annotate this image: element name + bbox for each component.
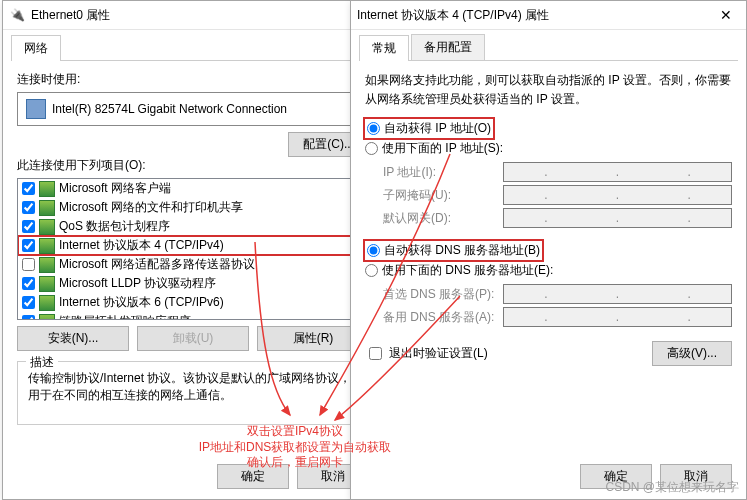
gw-field: 默认网关(D):... <box>383 208 732 228</box>
item-label: Microsoft 网络客户端 <box>59 180 171 197</box>
list-item[interactable]: Microsoft 网络适配器多路传送器协议 <box>18 255 368 274</box>
window-title: Ethernet0 属性 <box>31 7 343 24</box>
manual-ip-label: 使用下面的 IP 地址(S): <box>382 140 503 157</box>
component-icon <box>39 219 55 235</box>
manual-ip-radio[interactable]: 使用下面的 IP 地址(S): <box>365 138 732 159</box>
manual-dns-input[interactable] <box>365 264 378 277</box>
ethernet-icon: 🔌 <box>9 7 25 23</box>
mask-input: ... <box>503 185 732 205</box>
item-label: Microsoft LLDP 协议驱动程序 <box>59 275 216 292</box>
adapter-name: Intel(R) 82574L Gigabit Network Connecti… <box>52 102 287 116</box>
auto-dns-radio[interactable]: 自动获得 DNS 服务器地址(B) <box>365 241 542 260</box>
validate-checkbox[interactable] <box>369 347 382 360</box>
connect-using-label: 连接时使用: <box>17 71 369 88</box>
manual-ip-input[interactable] <box>365 142 378 155</box>
component-icon <box>39 257 55 273</box>
item-checkbox[interactable] <box>22 201 35 214</box>
item-checkbox[interactable] <box>22 239 35 252</box>
auto-ip-label: 自动获得 IP 地址(O) <box>384 120 491 137</box>
components-list[interactable]: Microsoft 网络客户端Microsoft 网络的文件和打印机共享QoS … <box>17 178 369 320</box>
list-item[interactable]: Internet 协议版本 4 (TCP/IPv4) <box>18 236 368 255</box>
watermark: CSDN @某位想来玩名字 <box>605 479 739 496</box>
dns2-input: ... <box>503 307 732 327</box>
validate-label: 退出时验证设置(L) <box>389 345 488 362</box>
component-icon <box>39 295 55 311</box>
dns1-input: ... <box>503 284 732 304</box>
manual-dns-label: 使用下面的 DNS 服务器地址(E): <box>382 262 553 279</box>
list-item[interactable]: Microsoft 网络的文件和打印机共享 <box>18 198 368 217</box>
mask-field: 子网掩码(U):... <box>383 185 732 205</box>
info-text: 如果网络支持此功能，则可以获取自动指派的 IP 设置。否则，你需要从网络系统管理… <box>365 71 732 109</box>
list-item[interactable]: QoS 数据包计划程序 <box>18 217 368 236</box>
item-label: Internet 协议版本 6 (TCP/IPv6) <box>59 294 224 311</box>
tab-general[interactable]: 常规 <box>359 35 409 61</box>
item-label: Microsoft 网络适配器多路传送器协议 <box>59 256 255 273</box>
tab-alternate[interactable]: 备用配置 <box>411 34 485 60</box>
nic-icon <box>26 99 46 119</box>
ip-input: ... <box>503 162 732 182</box>
list-item[interactable]: Microsoft 网络客户端 <box>18 179 368 198</box>
list-item[interactable]: Microsoft LLDP 协议驱动程序 <box>18 274 368 293</box>
tabs: 网络 <box>11 34 375 61</box>
advanced-button[interactable]: 高级(V)... <box>652 341 732 366</box>
annotation-text: 双击设置IPv4协议 IP地址和DNS获取都设置为自动获取 确认后，重启网卡 <box>180 424 410 471</box>
auto-dns-label: 自动获得 DNS 服务器地址(B) <box>384 242 540 259</box>
dns2-field: 备用 DNS 服务器(A):... <box>383 307 732 327</box>
tabs: 常规 备用配置 <box>359 34 738 61</box>
tab-network[interactable]: 网络 <box>11 35 61 61</box>
item-label: Microsoft 网络的文件和打印机共享 <box>59 199 243 216</box>
install-button[interactable]: 安装(N)... <box>17 326 129 351</box>
auto-ip-input[interactable] <box>367 122 380 135</box>
item-checkbox[interactable] <box>22 220 35 233</box>
description-title: 描述 <box>26 354 58 371</box>
item-checkbox[interactable] <box>22 315 35 320</box>
item-checkbox[interactable] <box>22 258 35 271</box>
description-group: 描述 传输控制协议/Internet 协议。该协议是默认的广域网络协议，用于在不… <box>17 361 369 425</box>
auto-ip-radio[interactable]: 自动获得 IP 地址(O) <box>365 119 493 138</box>
close-icon[interactable]: ✕ <box>706 1 746 29</box>
description-text: 传输控制协议/Internet 协议。该协议是默认的广域网络协议，用于在不同的相… <box>28 371 351 402</box>
component-icon <box>39 200 55 216</box>
list-item[interactable]: Internet 协议版本 6 (TCP/IPv6) <box>18 293 368 312</box>
component-icon <box>39 314 55 321</box>
manual-dns-radio[interactable]: 使用下面的 DNS 服务器地址(E): <box>365 260 732 281</box>
adapter-box: Intel(R) 82574L Gigabit Network Connecti… <box>17 92 369 126</box>
component-icon <box>39 238 55 254</box>
item-checkbox[interactable] <box>22 182 35 195</box>
gw-input: ... <box>503 208 732 228</box>
dns1-field: 首选 DNS 服务器(P):... <box>383 284 732 304</box>
titlebar: 🔌 Ethernet0 属性 ✕ <box>3 1 383 30</box>
auto-dns-input[interactable] <box>367 244 380 257</box>
titlebar: Internet 协议版本 4 (TCP/IPv4) 属性 ✕ <box>351 1 746 30</box>
item-label: Internet 协议版本 4 (TCP/IPv4) <box>59 237 224 254</box>
component-icon <box>39 181 55 197</box>
window-title: Internet 协议版本 4 (TCP/IPv4) 属性 <box>357 7 706 24</box>
item-label: 链路层拓扑发现响应程序 <box>59 313 191 320</box>
ip-field: IP 地址(I):... <box>383 162 732 182</box>
item-label: QoS 数据包计划程序 <box>59 218 170 235</box>
component-icon <box>39 276 55 292</box>
uses-items-label: 此连接使用下列项目(O): <box>17 157 369 174</box>
list-item[interactable]: 链路层拓扑发现响应程序 <box>18 312 368 320</box>
uninstall-button[interactable]: 卸载(U) <box>137 326 249 351</box>
item-checkbox[interactable] <box>22 296 35 309</box>
item-checkbox[interactable] <box>22 277 35 290</box>
